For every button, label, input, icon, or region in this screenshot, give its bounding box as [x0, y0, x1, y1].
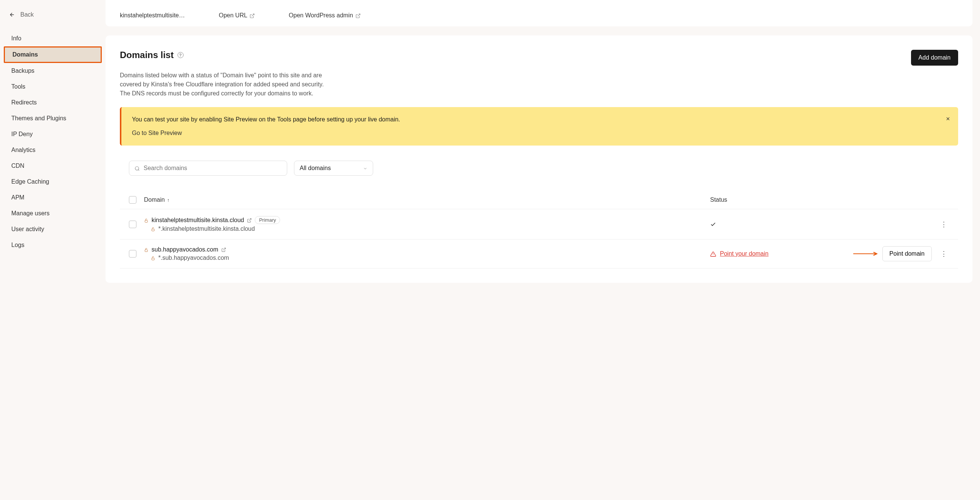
row-menu-button[interactable]: ⋮	[940, 221, 947, 228]
sidebar-item-ip-deny[interactable]: IP Deny	[0, 126, 105, 142]
sidebar-item-cdn[interactable]: CDN	[0, 158, 105, 174]
search-input-wrapper[interactable]	[129, 161, 287, 176]
row-checkbox[interactable]	[129, 250, 137, 258]
lock-icon	[144, 247, 148, 253]
sidebar-item-domains[interactable]: Domains	[4, 46, 102, 63]
search-icon	[135, 165, 140, 172]
check-icon	[710, 221, 716, 228]
help-icon[interactable]: ?	[178, 52, 184, 58]
sidebar-item-redirects[interactable]: Redirects	[0, 95, 105, 110]
lock-icon	[151, 255, 155, 261]
primary-badge: Primary	[255, 216, 280, 224]
column-header-domain[interactable]: Domain ↑	[144, 196, 703, 203]
arrow-left-icon	[9, 11, 15, 19]
search-input[interactable]	[143, 165, 282, 172]
content-card: Domains list ? Add domain Domains listed…	[105, 35, 972, 283]
point-domain-button[interactable]: Point domain	[882, 246, 932, 261]
back-button[interactable]: Back	[0, 8, 105, 21]
sidebar: Back Info Domains Backups Tools Redirect…	[0, 0, 105, 500]
main-content: kinstahelptestmultisite… Open URL Open W…	[105, 0, 980, 500]
column-domain-label: Domain	[144, 196, 165, 203]
svg-rect-4	[152, 258, 154, 260]
external-link-icon	[250, 12, 255, 19]
page-title: Domains list ?	[120, 50, 184, 61]
warning-icon	[710, 250, 716, 257]
domain-name[interactable]: sub.happyavocados.com	[151, 246, 218, 253]
site-preview-alert: You can test your site by enabling Site …	[120, 107, 958, 146]
open-wp-label: Open WordPress admin	[289, 12, 353, 19]
sidebar-item-user-activity[interactable]: User activity	[0, 221, 105, 237]
site-name: kinstahelptestmultisite…	[120, 12, 185, 19]
chevron-down-icon	[363, 165, 368, 172]
table-row: sub.happyavocados.com *.sub.happyavocado…	[120, 239, 958, 269]
sidebar-item-backups[interactable]: Backups	[0, 63, 105, 79]
sidebar-item-analytics[interactable]: Analytics	[0, 142, 105, 158]
sidebar-item-edge-caching[interactable]: Edge Caching	[0, 174, 105, 189]
open-wp-admin-link[interactable]: Open WordPress admin	[289, 12, 360, 19]
filter-label: All domains	[300, 165, 331, 172]
sidebar-item-manage-users[interactable]: Manage users	[0, 205, 105, 221]
open-url-label: Open URL	[219, 12, 248, 19]
svg-rect-2	[152, 229, 154, 231]
alert-link[interactable]: Go to Site Preview	[132, 130, 948, 137]
sort-asc-icon: ↑	[167, 197, 170, 203]
lock-icon	[144, 217, 148, 223]
page-title-text: Domains list	[120, 50, 174, 61]
alert-text: You can test your site by enabling Site …	[132, 116, 948, 123]
row-checkbox[interactable]	[129, 221, 137, 228]
sidebar-item-themes-plugins[interactable]: Themes and Plugins	[0, 110, 105, 126]
lock-icon	[151, 226, 155, 232]
table-header: Domain ↑ Status	[120, 191, 958, 209]
external-link-icon	[355, 12, 361, 19]
open-url-link[interactable]: Open URL	[219, 12, 255, 19]
svg-rect-3	[145, 250, 148, 252]
topbar: kinstahelptestmultisite… Open URL Open W…	[105, 0, 972, 26]
select-all-checkbox[interactable]	[129, 196, 137, 204]
table-row: kinstahelptestmultisite.kinsta.cloud Pri…	[120, 209, 958, 239]
row-menu-button[interactable]: ⋮	[940, 250, 947, 258]
point-your-domain-link[interactable]: Point your domain	[720, 250, 768, 257]
wildcard-domain: *.kinstahelptestmultisite.kinsta.cloud	[158, 226, 255, 232]
sidebar-item-tools[interactable]: Tools	[0, 79, 105, 95]
filter-select[interactable]: All domains	[294, 161, 373, 176]
page-description: Domains listed below with a status of "D…	[120, 71, 331, 98]
sidebar-item-logs[interactable]: Logs	[0, 237, 105, 253]
sidebar-item-apm[interactable]: APM	[0, 189, 105, 205]
add-domain-button[interactable]: Add domain	[911, 50, 958, 65]
svg-rect-1	[145, 220, 148, 222]
external-link-icon[interactable]	[221, 246, 226, 253]
annotation-arrow-icon: ⟶	[852, 249, 878, 259]
column-header-status[interactable]: Status	[710, 196, 853, 203]
domain-name[interactable]: kinstahelptestmultisite.kinsta.cloud	[151, 217, 244, 224]
close-icon[interactable]	[945, 115, 951, 123]
domains-table: Domain ↑ Status kinst	[120, 191, 958, 269]
back-label: Back	[21, 11, 34, 18]
wildcard-domain: *.sub.happyavocados.com	[158, 255, 229, 261]
external-link-icon[interactable]	[247, 217, 252, 224]
svg-point-0	[135, 167, 139, 170]
sidebar-item-info[interactable]: Info	[0, 30, 105, 46]
